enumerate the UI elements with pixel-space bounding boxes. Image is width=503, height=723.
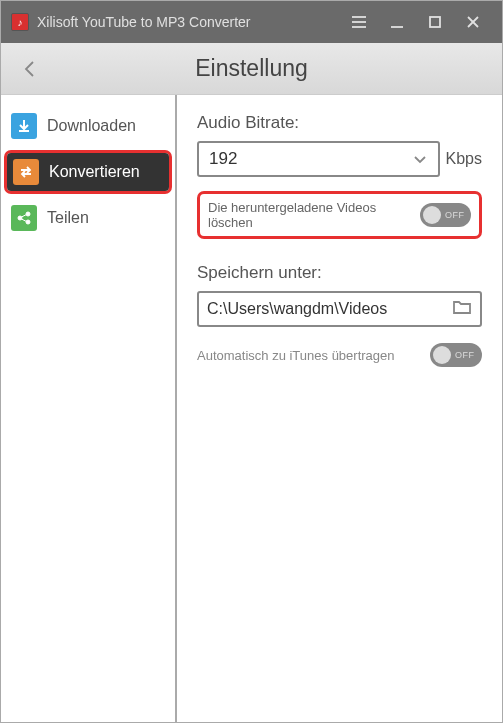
toggle-knob [433, 346, 451, 364]
app-title: Xilisoft YouTube to MP3 Converter [37, 14, 340, 30]
delete-downloaded-toggle[interactable]: OFF [420, 203, 471, 227]
svg-line-10 [22, 215, 27, 218]
menu-button[interactable] [340, 1, 378, 43]
sidebar-item-label: Konvertieren [49, 163, 140, 181]
highlight-convert: Konvertieren [4, 150, 172, 194]
save-label: Speichern unter: [197, 263, 482, 283]
maximize-button[interactable] [416, 1, 454, 43]
app-icon: ♪ [11, 13, 29, 31]
sidebar-item-label: Downloaden [47, 117, 136, 135]
svg-line-11 [22, 219, 27, 222]
sidebar-item-convert[interactable]: Konvertieren [7, 153, 169, 191]
content: Downloaden Konvertieren Teilen Audio Bit… [1, 95, 502, 722]
main-panel: Audio Bitrate: 192 Kbps Die heruntergela… [177, 95, 502, 722]
save-path-field[interactable]: C:\Users\wangdm\Videos [197, 291, 482, 327]
itunes-row: Automatisch zu iTunes übertragen OFF [197, 343, 482, 367]
minimize-button[interactable] [378, 1, 416, 43]
share-icon [11, 205, 37, 231]
sidebar-item-share[interactable]: Teilen [1, 197, 175, 239]
sidebar: Downloaden Konvertieren Teilen [1, 95, 177, 722]
save-path-value: C:\Users\wangdm\Videos [207, 300, 387, 318]
svg-point-8 [26, 212, 30, 216]
delete-downloaded-row: Die heruntergeladene Videos löschen OFF [197, 191, 482, 239]
bitrate-label: Audio Bitrate: [197, 113, 482, 133]
browse-folder-button[interactable] [452, 299, 472, 319]
download-icon [11, 113, 37, 139]
page-title: Einstellung [45, 55, 458, 82]
toggle-state: OFF [445, 210, 465, 220]
svg-point-9 [26, 220, 30, 224]
back-button[interactable] [15, 54, 45, 84]
header: Einstellung [1, 43, 502, 95]
sidebar-item-download[interactable]: Downloaden [1, 105, 175, 147]
itunes-label: Automatisch zu iTunes übertragen [197, 348, 395, 363]
convert-icon [13, 159, 39, 185]
titlebar: ♪ Xilisoft YouTube to MP3 Converter [1, 1, 502, 43]
delete-downloaded-label: Die heruntergeladene Videos löschen [208, 200, 420, 230]
itunes-toggle[interactable]: OFF [430, 343, 482, 367]
toggle-knob [423, 206, 441, 224]
chevron-down-icon [412, 151, 428, 167]
bitrate-unit: Kbps [446, 150, 482, 168]
sidebar-item-label: Teilen [47, 209, 89, 227]
toggle-state: OFF [455, 350, 475, 360]
bitrate-value: 192 [209, 149, 237, 169]
bitrate-select[interactable]: 192 [197, 141, 440, 177]
svg-rect-4 [430, 17, 440, 27]
close-button[interactable] [454, 1, 492, 43]
